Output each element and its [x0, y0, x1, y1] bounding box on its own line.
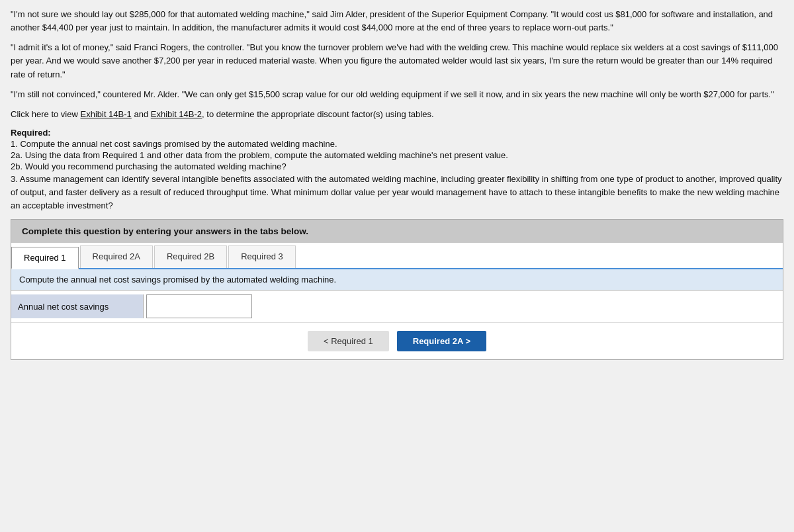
- tab-required-2a[interactable]: Required 2A: [80, 245, 153, 268]
- tab-description: Compute the annual net cost savings prom…: [11, 269, 783, 290]
- required-heading: Required:: [11, 128, 783, 138]
- answer-row: Annual net cost savings: [11, 290, 783, 323]
- next-button[interactable]: Required 2A: [397, 331, 486, 351]
- paragraph-3: "I'm still not convinced," countered Mr.…: [11, 88, 783, 101]
- paragraph-3-text: "I'm still not convinced," countered Mr.…: [11, 89, 774, 99]
- paragraph-1: "I'm not sure we should lay out $285,000…: [11, 8, 783, 34]
- next-button-label: Required 2A: [413, 336, 463, 346]
- paragraph-1-text: "I'm not sure we should lay out $285,000…: [11, 9, 773, 32]
- exhibit-14b1-link[interactable]: Exhibit 14B-1: [80, 109, 131, 119]
- chevron-left-icon: [324, 336, 331, 346]
- required-item-2b: 2b. Would you recommend purchasing the a…: [11, 161, 783, 171]
- complete-banner: Complete this question by entering your …: [11, 219, 783, 243]
- tab-required-2b[interactable]: Required 2B: [154, 245, 227, 268]
- chevron-right-icon: [463, 336, 470, 346]
- paragraph-2: "I admit it's a lot of money," said Fran…: [11, 41, 783, 81]
- page-wrapper: "I'm not sure we should lay out $285,000…: [0, 0, 794, 532]
- nav-buttons-row: Required 1 Required 2A: [11, 323, 783, 359]
- prev-button[interactable]: Required 1: [308, 331, 389, 351]
- required-item-3: 3. Assume management can identify severa…: [11, 173, 783, 212]
- tab-required-1[interactable]: Required 1: [11, 247, 79, 269]
- required-item-2a: 2a. Using the data from Required 1 and o…: [11, 150, 783, 160]
- tabs-container: Required 1 Required 2A Required 2B Requi…: [11, 243, 783, 360]
- tab-content: Compute the annual net cost savings prom…: [11, 269, 783, 359]
- required-section: Required: 1. Compute the annual net cost…: [11, 128, 783, 212]
- paragraph-2-text: "I admit it's a lot of money," said Fran…: [11, 42, 778, 79]
- tab-required-3[interactable]: Required 3: [228, 245, 296, 268]
- tabs-row: Required 1 Required 2A Required 2B Requi…: [11, 243, 783, 269]
- prev-button-label: Required 1: [331, 336, 373, 346]
- paragraph-4: Click here to view Exhibit 14B-1 and Exh…: [11, 108, 783, 121]
- required-item-1: 1. Compute the annual net cost savings p…: [11, 139, 783, 149]
- exhibit-14b2-link[interactable]: Exhibit 14B-2: [151, 109, 202, 119]
- annual-net-cost-savings-input[interactable]: [146, 294, 252, 318]
- answer-label: Annual net cost savings: [11, 294, 144, 318]
